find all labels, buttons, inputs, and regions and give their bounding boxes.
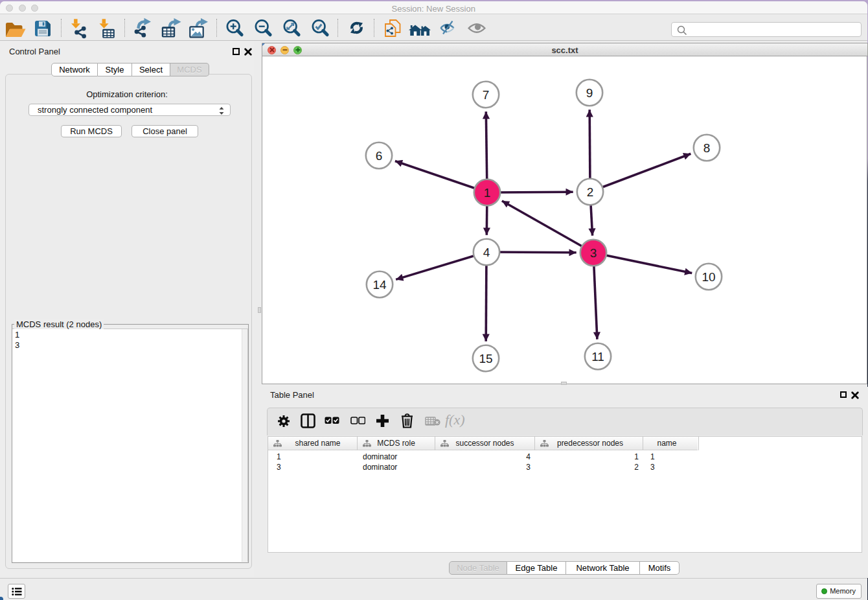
svg-text:14: 14	[372, 278, 387, 292]
svg-text:2: 2	[587, 185, 594, 199]
svg-text:8: 8	[703, 141, 711, 155]
svg-text:15: 15	[479, 352, 492, 365]
svg-text:4: 4	[483, 246, 490, 259]
svg-text:11: 11	[591, 350, 604, 363]
svg-text:9: 9	[586, 86, 593, 100]
svg-text:10: 10	[702, 270, 715, 284]
svg-text:7: 7	[483, 88, 490, 102]
svg-text:6: 6	[376, 149, 383, 163]
svg-text:1: 1	[484, 186, 491, 200]
svg-text:3: 3	[590, 246, 597, 260]
